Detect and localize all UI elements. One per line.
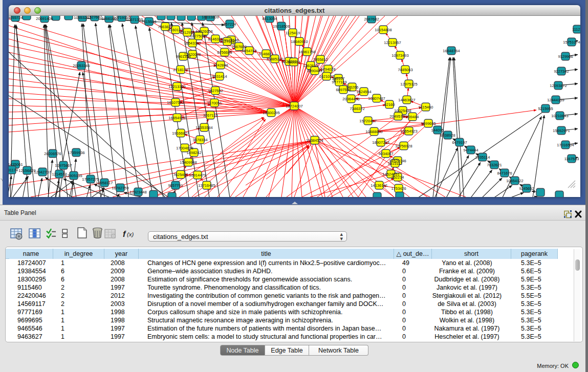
svg-text:10210643: 10210643 [551, 114, 568, 118]
svg-text:9034067: 9034067 [378, 151, 393, 156]
svg-text:1753426: 1753426 [391, 186, 406, 191]
svg-text:18640910: 18640910 [291, 39, 308, 44]
svg-text:9827552: 9827552 [208, 89, 223, 93]
svg-text:7485063: 7485063 [398, 68, 412, 72]
svg-text:15692971: 15692971 [553, 128, 570, 133]
svg-text:16033809: 16033809 [202, 16, 219, 19]
svg-text:12156829: 12156829 [18, 168, 35, 173]
svg-text:9961354: 9961354 [176, 54, 190, 59]
svg-text:13226058: 13226058 [195, 29, 212, 34]
svg-text:12353584: 12353584 [195, 125, 212, 130]
svg-text:8813054: 8813054 [262, 16, 277, 21]
svg-text:7386372: 7386372 [350, 106, 364, 111]
svg-text:12923448: 12923448 [129, 190, 146, 194]
svg-text:992037: 992037 [287, 60, 300, 64]
svg-text:18300295: 18300295 [263, 111, 279, 115]
svg-text:6794028: 6794028 [320, 67, 335, 72]
svg-text:8471676: 8471676 [497, 171, 512, 176]
svg-text:18275048: 18275048 [190, 34, 207, 38]
svg-text:9146821: 9146821 [258, 52, 273, 56]
svg-text:7632621: 7632621 [487, 163, 502, 167]
svg-text:7955812: 7955812 [313, 57, 328, 62]
svg-text:16782759: 16782759 [112, 186, 128, 190]
svg-text:739484: 739484 [406, 115, 419, 119]
svg-text:1435061: 1435061 [9, 162, 23, 167]
svg-text:6479197: 6479197 [452, 140, 467, 145]
svg-text:14136141: 14136141 [371, 183, 387, 188]
svg-text:20206576: 20206576 [44, 151, 61, 156]
svg-text:14463627: 14463627 [398, 98, 415, 102]
svg-text:9227342: 9227342 [554, 69, 569, 74]
svg-text:1624554: 1624554 [356, 90, 371, 94]
svg-text:12444159: 12444159 [547, 98, 564, 102]
svg-text:7625402: 7625402 [173, 172, 188, 177]
svg-text:10688609: 10688609 [365, 129, 382, 134]
svg-text:62160: 62160 [384, 102, 395, 107]
svg-text:2718170: 2718170 [173, 68, 188, 72]
svg-text:12975125: 12975125 [400, 82, 417, 86]
svg-text:10025438: 10025438 [394, 108, 411, 113]
svg-text:20053346: 20053346 [73, 63, 90, 68]
svg-text:857224: 857224 [223, 22, 236, 27]
svg-text:1125419: 1125419 [286, 31, 300, 35]
svg-text:9657791: 9657791 [168, 183, 183, 188]
svg-text:1214517: 1214517 [52, 172, 67, 177]
svg-text:19384554: 19384554 [306, 138, 323, 143]
svg-text:12213389: 12213389 [168, 84, 185, 89]
svg-text:11123: 11123 [572, 27, 580, 32]
svg-text:5215955: 5215955 [538, 106, 553, 111]
svg-text:f: f [123, 230, 126, 238]
svg-text:16654928: 16654928 [168, 116, 185, 120]
svg-text:8990443: 8990443 [307, 69, 322, 73]
svg-text:9245652: 9245652 [519, 186, 534, 191]
svg-text:17004678: 17004678 [176, 146, 193, 150]
svg-text:15885270: 15885270 [266, 57, 283, 61]
svg-text:8938928: 8938928 [440, 133, 455, 138]
svg-text:10975867: 10975867 [55, 163, 72, 168]
svg-text:15751074: 15751074 [563, 40, 580, 45]
svg-text:15720407: 15720407 [359, 119, 376, 123]
svg-text:9129966: 9129966 [558, 54, 573, 59]
svg-text:12942737: 12942737 [34, 170, 51, 174]
svg-text:10973493: 10973493 [391, 53, 408, 58]
svg-text:2935114: 2935114 [475, 155, 490, 160]
svg-text:8454749: 8454749 [242, 49, 256, 53]
svg-text:3242848: 3242848 [213, 63, 228, 68]
svg-text:252214: 252214 [391, 175, 404, 180]
svg-text:8031414: 8031414 [212, 74, 227, 79]
svg-text:9127508: 9127508 [220, 39, 234, 44]
svg-text:7515546: 7515546 [141, 19, 156, 24]
svg-text:10671355: 10671355 [126, 17, 143, 22]
svg-text:3267110: 3267110 [203, 113, 218, 118]
svg-text:391174: 391174 [9, 168, 18, 172]
svg-text:2087682: 2087682 [364, 17, 379, 21]
svg-text:12213957: 12213957 [384, 40, 401, 45]
svg-text:16648764: 16648764 [443, 49, 460, 53]
svg-text:4055724: 4055724 [9, 16, 23, 20]
svg-text:9699695: 9699695 [421, 121, 435, 126]
svg-text:20364436: 20364436 [342, 97, 359, 101]
svg-text:3678334: 3678334 [192, 138, 207, 142]
svg-text:10654122: 10654122 [506, 179, 523, 183]
svg-text:10756928: 10756928 [395, 144, 412, 148]
svg-text:1498242: 1498242 [186, 150, 201, 155]
svg-text:9474444: 9474444 [463, 148, 478, 152]
svg-text:10154808: 10154808 [375, 28, 391, 32]
svg-text:20495794: 20495794 [389, 114, 406, 119]
svg-text:9115460: 9115460 [419, 105, 433, 110]
svg-text:19218506: 19218506 [273, 24, 290, 29]
svg-text:12905135: 12905135 [65, 173, 82, 178]
svg-text:16961758: 16961758 [298, 50, 315, 54]
svg-text:12093872: 12093872 [550, 83, 567, 88]
svg-text:19654923: 19654923 [400, 129, 417, 134]
svg-text:13716485: 13716485 [198, 183, 215, 188]
svg-text:1615112: 1615112 [388, 161, 403, 166]
svg-text:9777169: 9777169 [332, 80, 346, 84]
svg-text:1170051: 1170051 [207, 101, 222, 105]
svg-text:10958117: 10958117 [96, 181, 113, 185]
svg-text:16543382: 16543382 [184, 41, 201, 46]
svg-text:16107552: 16107552 [167, 100, 184, 105]
svg-text:15409948: 15409948 [180, 160, 197, 165]
svg-text:1167533: 1167533 [564, 157, 579, 161]
svg-text:18724007: 18724007 [286, 104, 302, 108]
